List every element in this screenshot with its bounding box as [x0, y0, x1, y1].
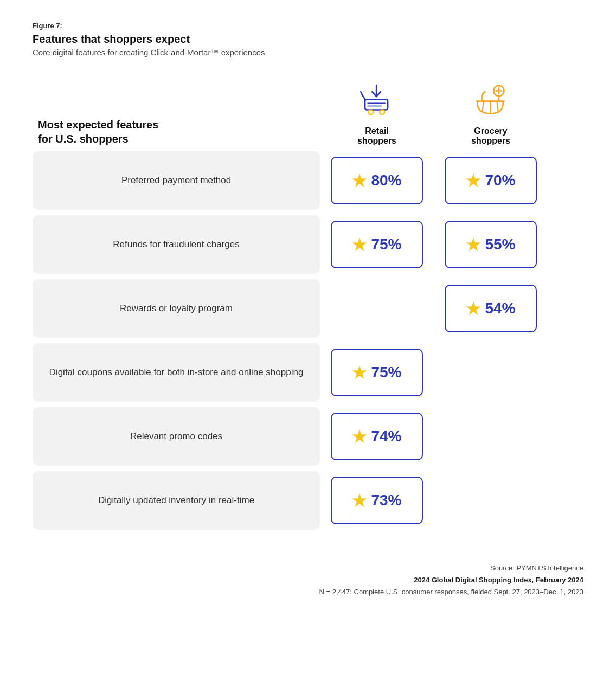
grocery-value-cell — [434, 343, 548, 402]
table-container: Most expected featuresfor U.S. shoppers — [33, 79, 583, 530]
svg-line-10 — [497, 101, 498, 113]
retail-value: ★73% — [331, 477, 423, 524]
retail-percent: 75% — [371, 364, 401, 381]
star-icon: ★ — [466, 171, 480, 190]
grocery-value: ★55% — [445, 221, 537, 268]
chart-title: Features that shoppers expect — [33, 33, 583, 46]
row-label: Refunds for fraudulent charges — [33, 215, 320, 274]
table-row: Digital coupons available for both in-st… — [33, 343, 583, 402]
row-label: Relevant promo codes — [33, 407, 320, 466]
grocery-value-cell — [434, 471, 548, 530]
figure-label: Figure 7: — [33, 22, 583, 30]
retail-shoppers-label: Retailshoppers — [357, 126, 396, 146]
retail-value-cell: ★75% — [320, 343, 434, 402]
retail-percent: 74% — [371, 428, 401, 445]
table-row: Digitally updated inventory in real-time… — [33, 471, 583, 530]
retail-percent: 80% — [371, 172, 401, 189]
retail-value: ★80% — [331, 157, 423, 204]
svg-rect-0 — [365, 99, 388, 110]
grocery-value: ★54% — [445, 285, 537, 332]
retail-value-cell: ★74% — [320, 407, 434, 466]
star-icon: ★ — [466, 235, 480, 254]
grocery-percent: 54% — [485, 300, 515, 317]
footer-source: Source: PYMNTS Intelligence — [33, 562, 583, 574]
star-icon: ★ — [466, 299, 480, 318]
grocery-value-cell — [434, 407, 548, 466]
grocery-shoppers-label: Groceryshoppers — [471, 126, 510, 146]
chart-subtitle: Core digital features for creating Click… — [33, 48, 583, 57]
row-label: Rewards or loyalty program — [33, 279, 320, 338]
retail-shoppers-icon — [355, 79, 399, 122]
rows-container: Preferred payment method★80%★70%Refunds … — [33, 151, 583, 530]
grocery-percent: 70% — [485, 172, 515, 189]
table-row: Refunds for fraudulent charges★75%★55% — [33, 215, 583, 274]
table-header-row: Most expected featuresfor U.S. shoppers — [33, 79, 583, 146]
retail-value: ★75% — [331, 349, 423, 396]
retail-percent: 73% — [371, 492, 401, 509]
star-icon: ★ — [352, 363, 367, 382]
star-icon: ★ — [352, 427, 367, 446]
col1-header: Most expected featuresfor U.S. shoppers — [33, 118, 320, 146]
grocery-value-cell: ★70% — [434, 151, 548, 210]
star-icon: ★ — [352, 235, 367, 254]
footer-note: Source: PYMNTS Intelligence 2024 Global … — [33, 562, 583, 598]
retail-percent: 75% — [371, 236, 401, 253]
grocery-shoppers-icon — [469, 79, 512, 122]
retail-value-cell: ★80% — [320, 151, 434, 210]
table-row: Rewards or loyalty program★54% — [33, 279, 583, 338]
table-row: Preferred payment method★80%★70% — [33, 151, 583, 210]
grocery-value: ★70% — [445, 157, 537, 204]
grocery-value-cell: ★54% — [434, 279, 548, 338]
retail-value-cell: ★73% — [320, 471, 434, 530]
col2-header: Retailshoppers — [320, 79, 434, 146]
star-icon: ★ — [352, 171, 367, 190]
footer-note-text: N = 2,447: Complete U.S. consumer respon… — [33, 586, 583, 598]
retail-value: ★74% — [331, 413, 423, 460]
retail-value: ★75% — [331, 221, 423, 268]
retail-value-cell: ★75% — [320, 215, 434, 274]
footer-report: 2024 Global Digital Shopping Index, Febr… — [33, 574, 583, 586]
table-row: Relevant promo codes★74% — [33, 407, 583, 466]
star-icon: ★ — [352, 491, 367, 510]
svg-line-8 — [482, 101, 484, 113]
col3-header: Groceryshoppers — [434, 79, 548, 146]
retail-value-cell — [320, 279, 434, 338]
grocery-value-cell: ★55% — [434, 215, 548, 274]
grocery-percent: 55% — [485, 236, 515, 253]
svg-point-4 — [380, 110, 384, 115]
row-label: Digitally updated inventory in real-time — [33, 471, 320, 530]
row-label: Preferred payment method — [33, 151, 320, 210]
svg-point-3 — [368, 110, 373, 115]
svg-line-2 — [361, 92, 363, 95]
row-label: Digital coupons available for both in-st… — [33, 343, 320, 402]
